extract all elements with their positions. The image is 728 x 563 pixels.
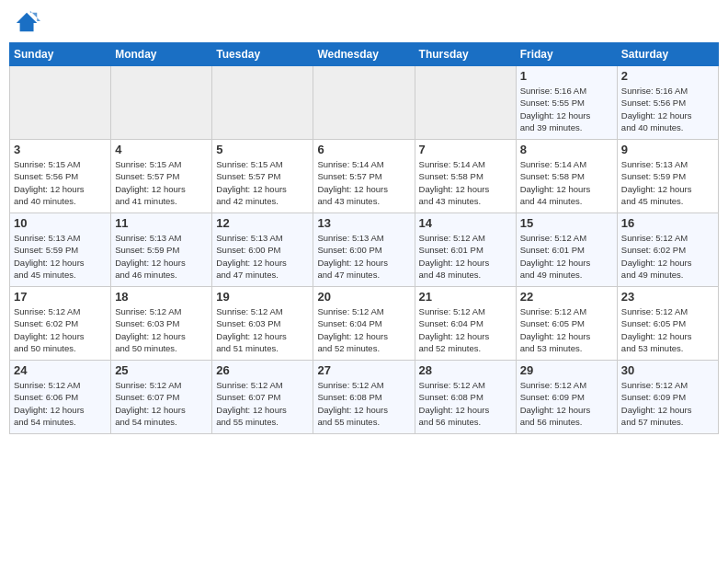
calendar-week-3: 10Sunrise: 5:13 AM Sunset: 5:59 PM Dayli… xyxy=(10,213,719,287)
calendar-cell xyxy=(10,66,111,140)
calendar-cell: 19Sunrise: 5:12 AM Sunset: 6:03 PM Dayli… xyxy=(212,287,313,361)
calendar-week-1: 1Sunrise: 5:16 AM Sunset: 5:55 PM Daylig… xyxy=(10,66,719,140)
calendar-week-2: 3Sunrise: 5:15 AM Sunset: 5:56 PM Daylig… xyxy=(10,140,719,213)
day-number: 12 xyxy=(216,216,309,230)
day-info: Sunrise: 5:12 AM Sunset: 6:06 PM Dayligh… xyxy=(14,379,107,428)
day-info: Sunrise: 5:12 AM Sunset: 6:07 PM Dayligh… xyxy=(115,379,208,428)
calendar-week-4: 17Sunrise: 5:12 AM Sunset: 6:02 PM Dayli… xyxy=(10,287,719,361)
logo-icon xyxy=(15,9,40,35)
day-number: 23 xyxy=(621,290,714,304)
calendar-cell: 14Sunrise: 5:12 AM Sunset: 6:01 PM Dayli… xyxy=(415,213,516,287)
day-info: Sunrise: 5:12 AM Sunset: 6:07 PM Dayligh… xyxy=(216,379,309,428)
calendar-cell: 3Sunrise: 5:15 AM Sunset: 5:56 PM Daylig… xyxy=(10,140,111,213)
calendar-cell: 9Sunrise: 5:13 AM Sunset: 5:59 PM Daylig… xyxy=(617,140,718,213)
calendar-cell: 24Sunrise: 5:12 AM Sunset: 6:06 PM Dayli… xyxy=(10,361,111,434)
day-info: Sunrise: 5:16 AM Sunset: 5:56 PM Dayligh… xyxy=(621,85,714,133)
calendar-cell: 2Sunrise: 5:16 AM Sunset: 5:56 PM Daylig… xyxy=(617,66,718,140)
day-info: Sunrise: 5:12 AM Sunset: 6:08 PM Dayligh… xyxy=(317,379,410,428)
day-number: 22 xyxy=(520,290,613,304)
day-info: Sunrise: 5:13 AM Sunset: 5:59 PM Dayligh… xyxy=(14,232,107,281)
calendar-cell: 7Sunrise: 5:14 AM Sunset: 5:58 PM Daylig… xyxy=(415,140,516,213)
calendar-cell xyxy=(111,66,212,140)
day-number: 4 xyxy=(115,143,208,156)
calendar-cell xyxy=(415,66,516,140)
calendar-cell: 30Sunrise: 5:12 AM Sunset: 6:09 PM Dayli… xyxy=(617,361,718,434)
day-number: 24 xyxy=(14,363,107,377)
day-number: 30 xyxy=(621,363,714,377)
calendar-cell: 21Sunrise: 5:12 AM Sunset: 6:04 PM Dayli… xyxy=(415,287,516,361)
calendar-cell: 11Sunrise: 5:13 AM Sunset: 5:59 PM Dayli… xyxy=(111,213,212,287)
day-info: Sunrise: 5:15 AM Sunset: 5:57 PM Dayligh… xyxy=(216,158,309,207)
day-info: Sunrise: 5:12 AM Sunset: 6:02 PM Dayligh… xyxy=(14,305,107,354)
day-number: 16 xyxy=(621,216,714,230)
calendar-cell: 1Sunrise: 5:16 AM Sunset: 5:55 PM Daylig… xyxy=(516,66,617,140)
day-info: Sunrise: 5:13 AM Sunset: 6:00 PM Dayligh… xyxy=(216,232,309,281)
day-number: 1 xyxy=(520,69,613,83)
weekday-header-friday: Friday xyxy=(516,43,617,66)
weekday-header-wednesday: Wednesday xyxy=(313,43,415,66)
calendar-cell: 18Sunrise: 5:12 AM Sunset: 6:03 PM Dayli… xyxy=(111,287,212,361)
calendar-cell: 10Sunrise: 5:13 AM Sunset: 5:59 PM Dayli… xyxy=(10,213,111,287)
day-info: Sunrise: 5:12 AM Sunset: 6:02 PM Dayligh… xyxy=(621,232,714,281)
calendar-cell: 23Sunrise: 5:12 AM Sunset: 6:05 PM Dayli… xyxy=(617,287,718,361)
calendar-cell: 28Sunrise: 5:12 AM Sunset: 6:08 PM Dayli… xyxy=(415,361,516,434)
day-number: 25 xyxy=(115,363,208,377)
day-info: Sunrise: 5:15 AM Sunset: 5:56 PM Dayligh… xyxy=(14,158,107,207)
day-info: Sunrise: 5:12 AM Sunset: 6:04 PM Dayligh… xyxy=(419,305,512,354)
day-info: Sunrise: 5:12 AM Sunset: 6:05 PM Dayligh… xyxy=(520,305,613,354)
day-info: Sunrise: 5:12 AM Sunset: 6:04 PM Dayligh… xyxy=(317,305,410,354)
day-number: 20 xyxy=(317,290,410,304)
calendar-week-5: 24Sunrise: 5:12 AM Sunset: 6:06 PM Dayli… xyxy=(10,361,719,434)
svg-marker-0 xyxy=(17,13,37,32)
day-info: Sunrise: 5:12 AM Sunset: 6:09 PM Dayligh… xyxy=(520,379,613,428)
day-info: Sunrise: 5:13 AM Sunset: 5:59 PM Dayligh… xyxy=(115,232,208,281)
day-number: 8 xyxy=(520,143,613,156)
day-info: Sunrise: 5:12 AM Sunset: 6:09 PM Dayligh… xyxy=(621,379,714,428)
day-info: Sunrise: 5:12 AM Sunset: 6:05 PM Dayligh… xyxy=(621,305,714,354)
day-info: Sunrise: 5:13 AM Sunset: 5:59 PM Dayligh… xyxy=(621,158,714,207)
weekday-header-monday: Monday xyxy=(111,43,212,66)
day-number: 11 xyxy=(115,216,208,230)
calendar-cell: 27Sunrise: 5:12 AM Sunset: 6:08 PM Dayli… xyxy=(313,361,415,434)
day-number: 26 xyxy=(216,363,309,377)
day-info: Sunrise: 5:14 AM Sunset: 5:58 PM Dayligh… xyxy=(419,158,512,207)
day-number: 7 xyxy=(419,143,512,156)
day-number: 15 xyxy=(520,216,613,230)
day-number: 10 xyxy=(14,216,107,230)
day-number: 21 xyxy=(419,290,512,304)
calendar-cell xyxy=(212,66,313,140)
day-info: Sunrise: 5:12 AM Sunset: 6:03 PM Dayligh… xyxy=(216,305,309,354)
weekday-header-tuesday: Tuesday xyxy=(212,43,313,66)
day-number: 14 xyxy=(419,216,512,230)
day-info: Sunrise: 5:14 AM Sunset: 5:58 PM Dayligh… xyxy=(520,158,613,207)
calendar-cell: 15Sunrise: 5:12 AM Sunset: 6:01 PM Dayli… xyxy=(516,213,617,287)
page-header xyxy=(9,9,719,35)
weekday-header-saturday: Saturday xyxy=(617,43,718,66)
day-number: 2 xyxy=(621,69,714,83)
calendar-cell: 12Sunrise: 5:13 AM Sunset: 6:00 PM Dayli… xyxy=(212,213,313,287)
day-number: 3 xyxy=(14,143,107,156)
day-info: Sunrise: 5:14 AM Sunset: 5:57 PM Dayligh… xyxy=(317,158,410,207)
calendar-cell xyxy=(313,66,415,140)
calendar-cell: 5Sunrise: 5:15 AM Sunset: 5:57 PM Daylig… xyxy=(212,140,313,213)
calendar-table: SundayMondayTuesdayWednesdayThursdayFrid… xyxy=(9,42,719,434)
day-number: 13 xyxy=(317,216,410,230)
calendar-cell: 20Sunrise: 5:12 AM Sunset: 6:04 PM Dayli… xyxy=(313,287,415,361)
day-number: 5 xyxy=(216,143,309,156)
day-info: Sunrise: 5:12 AM Sunset: 6:03 PM Dayligh… xyxy=(115,305,208,354)
day-number: 28 xyxy=(419,363,512,377)
day-number: 9 xyxy=(621,143,714,156)
day-number: 19 xyxy=(216,290,309,304)
day-info: Sunrise: 5:13 AM Sunset: 6:00 PM Dayligh… xyxy=(317,232,410,281)
day-number: 6 xyxy=(317,143,410,156)
calendar-cell: 4Sunrise: 5:15 AM Sunset: 5:57 PM Daylig… xyxy=(111,140,212,213)
day-info: Sunrise: 5:16 AM Sunset: 5:55 PM Dayligh… xyxy=(520,85,613,133)
weekday-header-row: SundayMondayTuesdayWednesdayThursdayFrid… xyxy=(10,43,719,66)
calendar-cell: 6Sunrise: 5:14 AM Sunset: 5:57 PM Daylig… xyxy=(313,140,415,213)
calendar-cell: 17Sunrise: 5:12 AM Sunset: 6:02 PM Dayli… xyxy=(10,287,111,361)
calendar-cell: 13Sunrise: 5:13 AM Sunset: 6:00 PM Dayli… xyxy=(313,213,415,287)
logo xyxy=(13,9,40,35)
calendar-cell: 26Sunrise: 5:12 AM Sunset: 6:07 PM Dayli… xyxy=(212,361,313,434)
day-info: Sunrise: 5:12 AM Sunset: 6:01 PM Dayligh… xyxy=(419,232,512,281)
day-info: Sunrise: 5:15 AM Sunset: 5:57 PM Dayligh… xyxy=(115,158,208,207)
